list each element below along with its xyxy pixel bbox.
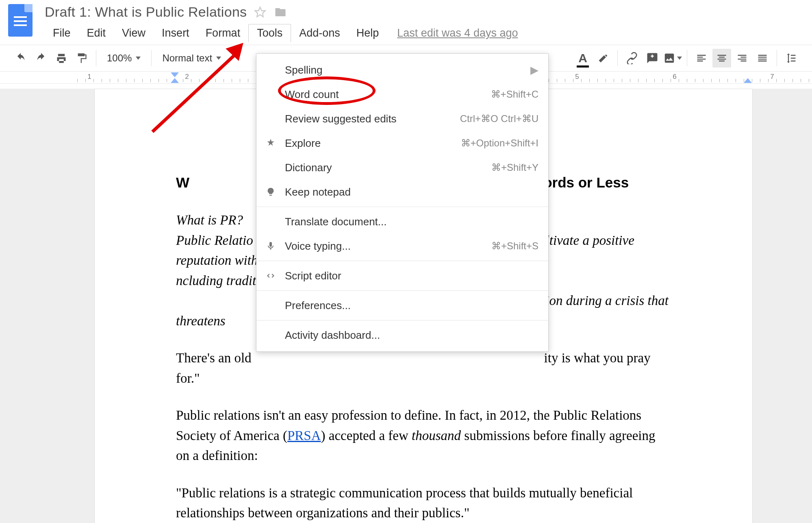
align-justify-button[interactable] bbox=[753, 49, 772, 68]
redo-button[interactable] bbox=[32, 49, 50, 68]
microphone-icon bbox=[264, 241, 278, 251]
shortcut-label: ⌘+Shift+Y bbox=[491, 162, 538, 173]
folder-icon[interactable] bbox=[274, 6, 287, 18]
tools-dropdown-menu: Spelling ▶ Word count ⌘+Shift+C Review s… bbox=[256, 53, 549, 352]
menu-item-dictionary[interactable]: Dictionary ⌘+Shift+Y bbox=[256, 155, 548, 180]
menu-item-keep-notepad[interactable]: Keep notepad bbox=[256, 180, 548, 204]
menu-file[interactable]: File bbox=[45, 24, 79, 42]
menu-item-spelling[interactable]: Spelling ▶ bbox=[256, 58, 548, 82]
align-center-button[interactable] bbox=[712, 49, 731, 68]
ruler-number: 7 bbox=[770, 73, 774, 81]
menu-item-activity-dashboard[interactable]: Activity dashboard... bbox=[256, 323, 548, 347]
align-left-button[interactable] bbox=[692, 49, 711, 68]
line-spacing-button[interactable] bbox=[782, 49, 801, 68]
undo-button[interactable] bbox=[11, 49, 30, 68]
chevron-down-icon bbox=[216, 57, 221, 60]
ruler-number: 6 bbox=[673, 73, 676, 81]
menu-item-preferences[interactable]: Preferences... bbox=[256, 293, 548, 318]
ruler-number: 1 bbox=[87, 73, 91, 81]
menu-format[interactable]: Format bbox=[198, 24, 249, 42]
shortcut-label: Ctrl+⌘O Ctrl+⌘U bbox=[460, 113, 538, 124]
chevron-down-icon bbox=[136, 57, 141, 60]
menu-edit[interactable]: Edit bbox=[79, 24, 114, 42]
ruler-number: 2 bbox=[185, 73, 189, 81]
prsa-link[interactable]: PRSA bbox=[287, 428, 321, 443]
submenu-arrow-icon: ▶ bbox=[530, 64, 538, 76]
menu-help[interactable]: Help bbox=[348, 24, 387, 42]
document-title[interactable]: Draft 1: What is Public Relations bbox=[45, 4, 247, 20]
right-indent-marker[interactable] bbox=[744, 78, 752, 83]
insert-link-button[interactable] bbox=[623, 49, 641, 68]
docs-app-icon[interactable] bbox=[8, 4, 33, 37]
text-color-button[interactable]: A bbox=[573, 49, 592, 68]
shortcut-label: ⌘+Shift+C bbox=[491, 89, 538, 100]
highlight-button[interactable] bbox=[594, 49, 612, 68]
first-line-indent-marker[interactable] bbox=[171, 72, 179, 77]
menu-addons[interactable]: Add-ons bbox=[291, 24, 348, 42]
menu-view[interactable]: View bbox=[114, 24, 154, 42]
paint-format-button[interactable] bbox=[72, 49, 91, 68]
print-button[interactable] bbox=[52, 49, 71, 68]
star-icon[interactable] bbox=[254, 6, 266, 18]
keep-icon bbox=[264, 187, 278, 197]
explore-icon bbox=[264, 138, 278, 148]
code-icon bbox=[264, 271, 278, 281]
zoom-value: 100% bbox=[107, 52, 132, 64]
svg-marker-0 bbox=[255, 7, 265, 17]
body-paragraph: Public relations isn't an easy professio… bbox=[176, 405, 671, 466]
menu-item-review-suggested-edits[interactable]: Review suggested edits Ctrl+⌘O Ctrl+⌘U bbox=[256, 107, 548, 131]
ruler-number: 5 bbox=[575, 73, 579, 81]
style-value: Normal text bbox=[162, 52, 212, 64]
menu-item-explore[interactable]: Explore ⌘+Option+Shift+I bbox=[256, 131, 548, 155]
left-indent-marker[interactable] bbox=[171, 78, 179, 83]
shortcut-label: ⌘+Shift+S bbox=[491, 240, 538, 252]
shortcut-label: ⌘+Option+Shift+I bbox=[461, 137, 538, 149]
body-paragraph: "Public relations is a strategic communi… bbox=[176, 483, 671, 523]
menu-item-word-count[interactable]: Word count ⌘+Shift+C bbox=[256, 82, 548, 107]
last-edit-link[interactable]: Last edit was 4 days ago bbox=[397, 27, 518, 39]
menu-tools[interactable]: Tools bbox=[248, 24, 291, 42]
menu-insert[interactable]: Insert bbox=[154, 24, 198, 42]
menu-item-translate[interactable]: Translate document... bbox=[256, 209, 548, 234]
add-comment-button[interactable] bbox=[643, 49, 662, 68]
align-right-button[interactable] bbox=[733, 49, 751, 68]
paragraph-style-select[interactable]: Normal text bbox=[156, 52, 227, 64]
menu-item-voice-typing[interactable]: Voice typing... ⌘+Shift+S bbox=[256, 234, 548, 258]
chevron-down-icon bbox=[677, 57, 682, 60]
menu-item-script-editor[interactable]: Script editor bbox=[256, 264, 548, 288]
zoom-select[interactable]: 100% bbox=[101, 52, 146, 64]
body-paragraph: There's an oldity is what you pray for." bbox=[176, 348, 671, 388]
insert-image-button[interactable] bbox=[663, 49, 682, 68]
